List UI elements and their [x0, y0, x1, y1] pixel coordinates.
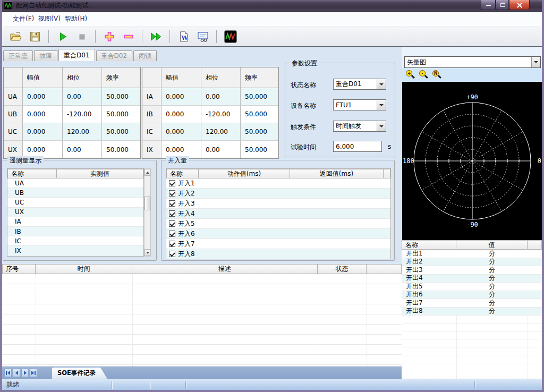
scroll-down-icon[interactable] [144, 249, 150, 256]
return-value-cell [290, 189, 384, 198]
column-header-phase: 相位 [201, 67, 241, 88]
view-selector-combo[interactable]: 矢量图 [404, 56, 541, 68]
input-checkbox[interactable] [169, 231, 175, 237]
column-header-time[interactable]: 时间 [36, 264, 132, 274]
current-row: IC 0.000 120.00 50.000 [142, 123, 278, 141]
amplitude-cell[interactable]: 0.000 [23, 106, 63, 123]
title-bar: 配网自动化测试-功能测试 [0, 0, 544, 12]
output-row: 开出5 分 [402, 283, 542, 291]
column-header-status[interactable]: 状态 [318, 264, 367, 274]
chevron-down-icon[interactable] [377, 121, 386, 131]
test-time-input[interactable] [333, 141, 382, 152]
menu-item[interactable]: 帮助(H) [63, 14, 89, 23]
corner-cell [142, 67, 162, 88]
amplitude-cell[interactable]: 0.000 [162, 123, 201, 141]
magnifier-zoom-button[interactable]: - [419, 70, 429, 80]
telemetry-row: UB [7, 188, 143, 198]
stop-test-button[interactable] [74, 29, 89, 44]
input-checkbox[interactable] [169, 180, 175, 186]
start-test-button[interactable] [55, 29, 70, 44]
phase-cell[interactable]: 0.00 [201, 141, 241, 158]
amplitude-cell[interactable]: 0.000 [162, 88, 201, 106]
maximize-icon [500, 3, 505, 7]
scroll-up-icon[interactable] [144, 169, 150, 176]
state-tab[interactable]: 重合D02 [96, 50, 133, 61]
phase-cell[interactable]: -120.00 [201, 106, 241, 123]
output-row: 开出2 分 [402, 258, 542, 267]
first-page-button[interactable] [4, 369, 12, 377]
amplitude-cell[interactable]: 0.000 [162, 106, 201, 123]
phase-cell[interactable]: 0.00 [63, 141, 102, 158]
last-page-button[interactable] [30, 369, 37, 377]
amplitude-cell[interactable]: 0.000 [23, 123, 63, 141]
frequency-cell[interactable]: 50.000 [102, 141, 140, 158]
input-name-cell: 开入5 [166, 219, 199, 228]
state-tab[interactable]: 故障 [34, 50, 57, 61]
scrollbar-thumb[interactable] [144, 197, 150, 210]
telemetry-table: 名称 实测值 UA UB UC [7, 168, 144, 257]
waveform-view-button[interactable] [223, 29, 237, 44]
frequency-cell[interactable]: 50.000 [102, 88, 140, 106]
input-checkbox[interactable] [169, 210, 175, 217]
blank-cell [384, 199, 390, 208]
magnifier-zoom-button[interactable]: N [432, 70, 442, 80]
chevron-down-icon[interactable] [377, 79, 386, 89]
save-button[interactable] [28, 29, 42, 44]
open-file-button[interactable] [8, 29, 23, 44]
output-value: 分 [456, 266, 528, 274]
column-header-index[interactable]: 序号 [2, 264, 36, 274]
frequency-cell[interactable]: 50.000 [241, 141, 278, 158]
chevron-down-icon[interactable] [531, 57, 540, 67]
phase-cell[interactable]: -120.00 [63, 106, 102, 123]
state-tab[interactable]: 闭锁 [133, 50, 157, 61]
run-all-states-button[interactable] [149, 29, 163, 44]
remove-state-button[interactable] [121, 29, 135, 44]
telemetry-scrollbar[interactable] [144, 168, 151, 257]
frequency-cell[interactable]: 50.000 [241, 106, 278, 123]
return-value-cell [290, 219, 384, 228]
previous-page-button[interactable] [13, 369, 20, 377]
input-checkbox[interactable] [169, 220, 175, 227]
group-title: 开入量 [166, 156, 189, 165]
menu-item[interactable]: 文件(F) [11, 14, 36, 23]
report-preview-button[interactable] [196, 29, 210, 44]
input-checkbox[interactable] [169, 200, 175, 207]
amplitude-cell[interactable]: 0.000 [23, 88, 63, 106]
word-report-button[interactable]: W [176, 29, 191, 44]
frequency-cell[interactable]: 50.000 [241, 123, 278, 141]
frequency-cell[interactable]: 50.000 [102, 106, 140, 123]
state-tab[interactable]: 正常态 [3, 50, 33, 61]
phase-cell[interactable]: 0.00 [201, 88, 241, 106]
state-tab[interactable]: 重合D01 [58, 49, 95, 61]
phase-cell[interactable]: 120.00 [63, 123, 102, 141]
trigger-condition-combo[interactable]: 时间触发 [333, 121, 386, 132]
add-state-button[interactable] [102, 29, 116, 44]
channel-name: IX [7, 246, 57, 255]
next-page-button[interactable] [21, 369, 29, 377]
measured-value [57, 246, 143, 255]
chevron-down-icon[interactable] [377, 100, 386, 110]
frequency-cell[interactable]: 50.000 [102, 123, 140, 141]
device-name-combo[interactable]: FTU1 [333, 99, 386, 110]
floppy-save-icon [29, 31, 41, 42]
close-button[interactable] [509, 0, 530, 10]
digital-input-row: 开入7 [166, 239, 390, 249]
phase-cell[interactable]: 120.00 [201, 123, 241, 141]
maximize-button[interactable] [496, 0, 509, 10]
magnifier-zoom-button[interactable]: + [406, 70, 415, 80]
input-checkbox[interactable] [169, 190, 175, 197]
status-text: 就绪 [6, 380, 19, 389]
event-table-header: 序号 时间 描述 状态 [2, 264, 402, 274]
menu-item[interactable]: 视图(V) [36, 14, 63, 23]
phase-cell[interactable]: 0.00 [63, 88, 102, 106]
menu-bar: 文件(F)视图(V)帮助(H) [2, 12, 542, 27]
blank-cell [528, 275, 542, 283]
column-header-description[interactable]: 描述 [132, 264, 318, 274]
input-checkbox[interactable] [169, 251, 175, 257]
tab-soe-event-log[interactable]: SOE事件记录 [52, 368, 107, 379]
frequency-cell[interactable]: 50.000 [241, 88, 278, 106]
minimize-button[interactable] [481, 0, 496, 10]
input-checkbox[interactable] [169, 241, 175, 247]
state-name-combo[interactable]: 重合D01 [333, 79, 386, 90]
blank-cell [528, 250, 542, 258]
